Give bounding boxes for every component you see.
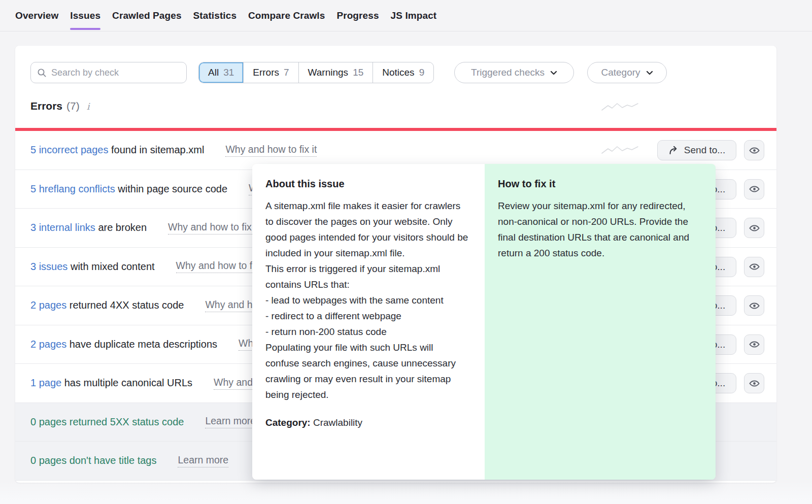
issue-count-link[interactable]: 2 pages	[30, 339, 66, 350]
issue-count-link[interactable]: 5 incorrect pages	[30, 144, 108, 155]
filter-tab-notices[interactable]: Notices9	[373, 62, 433, 83]
issue-description: returned 4XX status code	[66, 299, 184, 311]
filter-tab-errors[interactable]: Errors7	[243, 62, 298, 83]
issue-count-link[interactable]: 3 internal links	[30, 222, 95, 233]
nav-tab-overview[interactable]: Overview	[15, 0, 58, 31]
eye-button[interactable]	[744, 140, 764, 160]
how-to-fix-panel: How to fix it Review your sitemap.xml fo…	[485, 164, 716, 480]
severity-filter-tabs: All31Errors7Warnings15Notices9	[198, 62, 434, 83]
search-by-check-field[interactable]	[30, 62, 187, 83]
issue-text: 2 pages have duplicate meta descriptions	[30, 339, 217, 350]
nav-tab-label: Compare Crawls	[248, 10, 325, 21]
nav-tab-js-impact[interactable]: JS Impact	[391, 0, 437, 31]
issue-description: within page source code	[115, 183, 227, 194]
issue-text: 3 issues with mixed content	[30, 261, 155, 273]
issue-description: have duplicate meta descriptions	[66, 339, 217, 350]
issue-description: returned 5XX status code	[66, 416, 184, 427]
eye-icon	[749, 300, 760, 312]
why-how-to-fix-link[interactable]: Learn more	[178, 454, 228, 467]
filter-tab-warnings[interactable]: Warnings15	[298, 62, 373, 83]
issue-description: with mixed content	[67, 261, 154, 272]
filter-label: Warnings	[308, 67, 349, 78]
triggered-checks-dropdown[interactable]: Triggered checks	[454, 62, 574, 83]
issue-details-popup: About this issue A sitemap.xml file make…	[252, 164, 716, 480]
fix-title: How to fix it	[498, 178, 702, 190]
eye-icon	[749, 183, 760, 195]
send-to-button[interactable]: Send to...	[657, 140, 736, 160]
issue-text: 0 pages don't have title tags	[30, 455, 156, 466]
why-how-to-fix-link[interactable]: Why and how to fix it	[168, 221, 259, 234]
issue-text: 5 hreflang conflicts within page source …	[30, 183, 227, 195]
issue-category-line: Category: Crawlability	[265, 417, 471, 428]
filter-count: 15	[353, 67, 363, 78]
info-icon[interactable]: i	[87, 101, 90, 112]
about-text: A sitemap.xml file makes it easier for c…	[265, 198, 469, 402]
issue-description: are broken	[95, 222, 147, 233]
issue-text: 1 page has multiple canonical URLs	[30, 377, 192, 389]
eye-button[interactable]	[744, 334, 764, 355]
share-arrow-icon	[668, 145, 680, 155]
bottom-fade-overlay	[0, 481, 812, 504]
triggered-checks-label: Triggered checks	[471, 67, 545, 78]
active-tab-underline	[70, 28, 100, 30]
eye-button[interactable]	[744, 257, 764, 277]
nav-tab-issues[interactable]: Issues	[70, 0, 100, 31]
why-how-to-fix-link[interactable]: Learn more	[205, 415, 256, 428]
send-to-label: Send to...	[684, 145, 725, 156]
nav-tab-label: Issues	[70, 10, 100, 21]
why-how-to-fix-link[interactable]: Why and how to fix it	[225, 144, 317, 157]
nav-tab-compare-crawls[interactable]: Compare Crawls	[248, 0, 325, 31]
issue-count-link[interactable]: 1 page	[30, 377, 61, 388]
issue-count-link[interactable]: 3 issues	[30, 261, 67, 272]
search-input[interactable]	[51, 68, 180, 78]
issue-count-link[interactable]: 2 pages	[30, 299, 66, 311]
filter-tab-all[interactable]: All31	[199, 62, 243, 83]
top-nav-tabs: Overview Issues Crawled Pages Statistics…	[0, 0, 812, 31]
category-label: Category	[601, 67, 640, 78]
issue-description: don't have title tags	[66, 455, 156, 466]
section-count: (7)	[66, 100, 80, 112]
eye-icon	[749, 145, 760, 156]
filter-count: 7	[284, 67, 289, 78]
eye-icon	[749, 378, 760, 389]
filter-label: Notices	[382, 67, 414, 78]
issue-text: 2 pages returned 4XX status code	[30, 299, 184, 311]
issue-description: found in sitemap.xml	[108, 144, 204, 155]
category-value-text: Crawlability	[313, 417, 362, 428]
nav-tab-label: Statistics	[193, 10, 236, 21]
errors-section-header: Errors (7) i	[30, 97, 89, 115]
eye-button[interactable]	[744, 179, 764, 199]
filter-count: 9	[419, 67, 425, 78]
filter-count: 31	[223, 67, 234, 78]
nav-tab-label: Crawled Pages	[112, 10, 181, 21]
issue-count-link[interactable]: 0 pages	[30, 455, 66, 466]
issue-count-link[interactable]: 0 pages	[30, 416, 66, 427]
section-title: Errors	[30, 100, 62, 112]
issue-text: 5 incorrect pages found in sitemap.xml	[30, 144, 204, 156]
issue-text: 0 pages returned 5XX status code	[30, 416, 184, 428]
eye-button[interactable]	[744, 373, 764, 393]
eye-button[interactable]	[744, 218, 764, 238]
fix-text: Review your sitemap.xml for any redirect…	[498, 198, 702, 261]
about-title: About this issue	[265, 178, 471, 190]
filter-label: All	[208, 67, 219, 78]
nav-tab-progress[interactable]: Progress	[336, 0, 379, 31]
nav-tab-label: JS Impact	[391, 10, 437, 21]
about-this-issue-panel: About this issue A sitemap.xml file make…	[252, 164, 485, 480]
chevron-down-icon	[550, 71, 557, 75]
issue-count-link[interactable]: 5 hreflang conflicts	[30, 183, 115, 194]
nav-tab-crawled-pages[interactable]: Crawled Pages	[112, 0, 181, 31]
trend-sparkline-icon	[601, 102, 639, 113]
nav-tab-label: Overview	[15, 10, 58, 21]
nav-tab-statistics[interactable]: Statistics	[193, 0, 236, 31]
search-icon	[37, 68, 47, 78]
filter-label: Errors	[253, 67, 279, 78]
category-label: Category:	[265, 417, 311, 428]
eye-icon	[749, 339, 760, 350]
issue-text: 3 internal links are broken	[30, 222, 147, 233]
chevron-down-icon	[646, 71, 653, 75]
category-dropdown[interactable]: Category	[587, 62, 667, 83]
eye-button[interactable]	[744, 295, 764, 316]
eye-icon	[749, 261, 760, 273]
trend-sparkline-icon	[601, 145, 639, 156]
